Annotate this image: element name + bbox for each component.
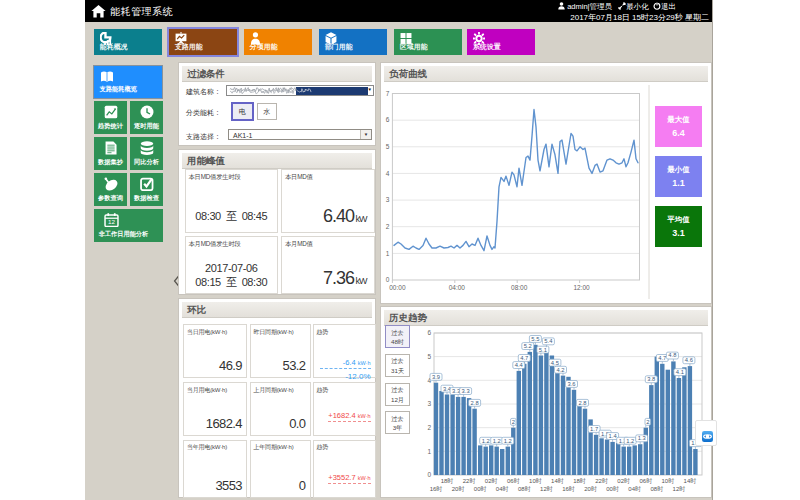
svg-text:2: 2 [646, 418, 649, 424]
svg-text:02时: 02时 [485, 478, 498, 484]
svg-text:3.6: 3.6 [567, 380, 575, 386]
svg-text:14时: 14时 [684, 478, 697, 484]
svg-text:12: 12 [108, 218, 115, 225]
svg-text:00:00: 00:00 [389, 284, 406, 291]
svg-text:12:00: 12:00 [573, 284, 590, 291]
svg-text:2: 2 [512, 418, 515, 424]
svg-text:04:00: 04:00 [449, 284, 466, 291]
svg-text:02时: 02时 [617, 478, 630, 484]
svg-text:3: 3 [386, 196, 390, 203]
svg-text:5: 5 [427, 352, 431, 359]
svg-text:2: 2 [386, 223, 390, 230]
svg-text:3: 3 [427, 400, 431, 407]
svg-text:0: 0 [427, 471, 431, 478]
svg-text:22时: 22时 [463, 478, 476, 484]
svg-text:5.5: 5.5 [531, 335, 539, 341]
svg-text:1: 1 [427, 447, 431, 454]
svg-text:5.4: 5.4 [544, 338, 553, 344]
svg-text:18时: 18时 [573, 478, 586, 484]
svg-text:3.3: 3.3 [462, 387, 470, 393]
svg-text:4.5: 4.5 [551, 359, 559, 365]
svg-text:6: 6 [427, 329, 431, 336]
svg-text:16时: 16时 [430, 486, 443, 492]
svg-text:1.2: 1.2 [504, 437, 512, 443]
svg-text:2.8: 2.8 [471, 399, 479, 405]
svg-text:16时: 16时 [562, 486, 575, 492]
svg-text:1.2: 1.2 [493, 437, 501, 443]
svg-text:22时: 22时 [595, 478, 608, 484]
svg-text:00时: 00时 [606, 486, 619, 492]
svg-text:1.7: 1.7 [590, 425, 598, 431]
svg-text:5.2: 5.2 [524, 342, 532, 348]
svg-text:1: 1 [386, 250, 390, 257]
svg-text:4.7: 4.7 [520, 354, 528, 360]
svg-text:10时: 10时 [529, 478, 542, 484]
svg-text:00时: 00时 [474, 486, 487, 492]
svg-text:4.7: 4.7 [658, 354, 666, 360]
svg-text:1.2: 1.2 [482, 437, 490, 443]
svg-text:04时: 04时 [496, 486, 509, 492]
svg-text:14时: 14时 [551, 478, 564, 484]
svg-text:2: 2 [427, 423, 431, 430]
svg-text:12时: 12时 [673, 486, 686, 492]
svg-text:4.4: 4.4 [515, 361, 524, 367]
svg-text:1.4: 1.4 [609, 432, 618, 438]
svg-text:08时: 08时 [650, 486, 663, 492]
svg-text:5.1: 5.1 [539, 346, 547, 352]
svg-text:3.8: 3.8 [647, 376, 655, 382]
svg-text:12时: 12时 [540, 486, 553, 492]
svg-text:4.2: 4.2 [556, 366, 564, 372]
svg-text:3.3: 3.3 [452, 387, 460, 393]
svg-text:2.8: 2.8 [578, 399, 586, 405]
svg-text:3.9: 3.9 [432, 373, 440, 379]
svg-text:4.8: 4.8 [668, 352, 676, 358]
svg-text:1.3: 1.3 [638, 435, 646, 441]
svg-text:18时: 18时 [441, 478, 454, 484]
svg-text:7: 7 [386, 90, 390, 97]
svg-text:20时: 20时 [452, 486, 465, 492]
svg-text:20时: 20时 [584, 486, 597, 492]
svg-text:08:00: 08:00 [511, 284, 528, 291]
svg-text:5: 5 [386, 143, 390, 150]
svg-text:0: 0 [386, 276, 390, 283]
svg-text:08时: 08时 [518, 486, 531, 492]
svg-text:06时: 06时 [507, 478, 520, 484]
svg-text:4: 4 [386, 170, 390, 177]
svg-text:10时: 10时 [661, 478, 674, 484]
svg-text:04时: 04时 [628, 486, 641, 492]
svg-text:4.1: 4.1 [676, 369, 684, 375]
svg-text:4.6: 4.6 [685, 357, 693, 363]
svg-text:06时: 06时 [639, 478, 652, 484]
svg-text:6: 6 [386, 116, 390, 123]
svg-text:1.2: 1.2 [626, 437, 634, 443]
